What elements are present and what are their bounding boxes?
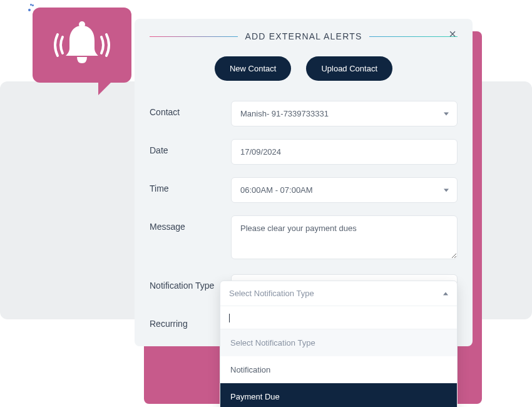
text-cursor-icon [229, 314, 230, 322]
message-row: Message [150, 215, 458, 262]
title-divider-left [150, 36, 238, 37]
modal-title: ADD EXTERNAL ALERTS [238, 31, 370, 41]
time-select[interactable]: 06:00AM - 07:00AM [231, 177, 458, 203]
contact-value: Manish- 91-7339733331 [240, 109, 329, 118]
speech-bubble-tail [98, 79, 115, 95]
time-value: 06:00AM - 07:00AM [240, 185, 313, 195]
dropdown-search-input[interactable] [220, 306, 457, 329]
date-row: Date [150, 139, 458, 165]
dropdown-option-payment-due[interactable]: Payment Due [220, 383, 457, 407]
dropdown-option-notification[interactable]: Notification [220, 356, 457, 383]
recurring-label: Recurring [150, 312, 231, 329]
new-contact-button[interactable]: New Contact [215, 56, 291, 81]
dropdown-header: Select Notification Type [220, 281, 457, 306]
dropdown-header-text: Select Notification Type [229, 289, 314, 298]
notification-type-label: Notification Type [150, 274, 231, 291]
dropdown-option-placeholder[interactable]: Select Notification Type [220, 329, 457, 356]
bell-notification-bubble [33, 8, 131, 83]
close-icon[interactable]: × [445, 26, 460, 41]
bell-icon [48, 17, 116, 73]
svg-point-0 [79, 21, 85, 28]
notification-type-dropdown: Select Notification Type Select Notifica… [220, 281, 458, 407]
modal-header: ADD EXTERNAL ALERTS × [150, 31, 458, 41]
contact-select[interactable]: Manish- 91-7339733331 [231, 101, 458, 126]
chevron-down-icon [444, 188, 449, 192]
date-label: Date [150, 139, 231, 155]
message-label: Message [150, 215, 231, 232]
contact-label: Contact [150, 101, 231, 117]
contact-row: Contact Manish- 91-7339733331 [150, 101, 458, 126]
time-label: Time [150, 177, 231, 193]
date-input[interactable] [231, 139, 458, 165]
time-row: Time 06:00AM - 07:00AM [150, 177, 458, 203]
title-divider-right [369, 36, 458, 37]
chevron-down-icon [444, 112, 449, 115]
message-textarea[interactable] [231, 215, 458, 259]
upload-contact-button[interactable]: Upload Contact [306, 56, 392, 81]
background-card-left [0, 81, 150, 319]
action-button-row: New Contact Upload Contact [150, 56, 458, 81]
chevron-up-icon [443, 292, 448, 295]
